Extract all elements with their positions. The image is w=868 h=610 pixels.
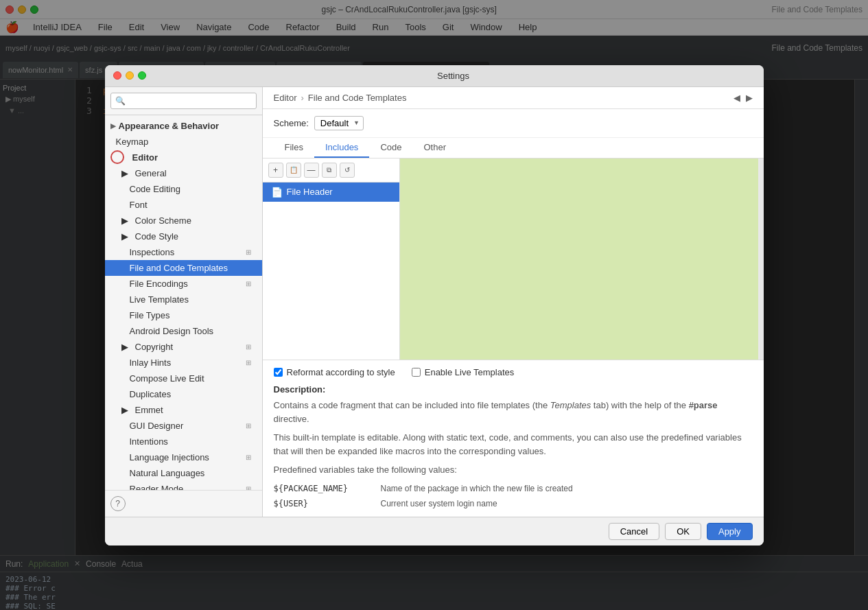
nav-inspections-label: Inspections [130,247,175,257]
nav-natural-languages[interactable]: Natural Languages [105,465,262,481]
nav-color-scheme-label: Color Scheme [135,215,191,226]
reformat-checkbox-input[interactable] [274,368,283,377]
dialog-title-bar: Settings [105,65,764,87]
nav-keymap-label: Keymap [116,137,149,147]
nav-editor-label: Editor [132,152,159,163]
nav-forward-button[interactable]: ▶ [746,93,753,103]
nav-duplicates-label: Duplicates [130,389,172,399]
live-templates-label: Enable Live Templates [425,367,515,377]
var-user-key: ${USER} [274,497,370,510]
nav-code-style[interactable]: ▶Code Style [105,228,262,244]
description-para1: Contains a code fragment that can be inc… [274,399,753,425]
add-template-button[interactable]: + [268,163,283,178]
settings-nav-list: ▶ Appearance & Behavior Keymap Editor [105,115,262,490]
tab-code[interactable]: Code [369,138,412,158]
template-file-icon: 📄 [271,187,283,198]
variables-list: ${PACKAGE_NAME} Name of the package in w… [274,482,753,510]
tab-other[interactable]: Other [412,138,457,158]
nav-intentions-label: Intentions [130,436,168,447]
template-editor[interactable] [400,159,758,360]
var-package-name-desc: Name of the package in which the new fil… [381,482,573,495]
var-user: ${USER} Current user system login name [274,497,753,510]
apply-button[interactable]: Apply [707,523,753,540]
description-title: Description: [274,383,753,397]
settings-search-area [105,87,262,115]
nav-file-encodings-label: File Encodings [130,279,188,289]
scheme-select[interactable]: Default [314,116,364,130]
nav-file-and-code-templates[interactable]: File and Code Templates [105,260,262,276]
checkboxes-row: Reformat according to style Enable Live … [274,367,753,377]
description-para2: This built-in template is editable. Alon… [274,431,753,458]
tab-includes[interactable]: Includes [314,138,369,158]
nav-general[interactable]: ▶General [105,165,262,181]
template-editor-area [400,159,764,360]
scrollbar[interactable] [758,159,764,360]
nav-inlay-hints[interactable]: Inlay Hints ⊞ [105,355,262,371]
dialog-close-button[interactable] [113,71,121,80]
nav-reader-mode[interactable]: Reader Mode ⊞ [105,481,262,490]
nav-keymap[interactable]: Keymap [105,134,262,150]
nav-copyright[interactable]: ▶Copyright ⊞ [105,339,262,355]
nav-font-label: Font [130,200,148,210]
cancel-button[interactable]: Cancel [609,523,659,540]
nav-font[interactable]: Font [105,197,262,213]
help-button[interactable]: ? [110,496,126,511]
var-user-desc: Current user system login name [381,497,497,510]
nav-language-injections-label: Language Injections [130,452,209,462]
dialog-overlay: Settings ▶ Appearance & Behavior [0,0,868,610]
template-file-header-label: File Header [287,187,333,197]
nav-android-design[interactable]: Android Design Tools [105,323,262,339]
nav-language-injections[interactable]: Language Injections ⊞ [105,449,262,465]
scheme-select-wrapper: Default [314,116,364,130]
nav-inspections[interactable]: Inspections ⊞ [105,244,262,260]
ok-button[interactable]: OK [665,523,701,540]
dialog-maximize-button[interactable] [138,71,146,80]
nav-general-label: General [135,168,167,178]
reset-template-button[interactable]: ↺ [340,163,355,178]
nav-emmet-label: Emmet [135,405,163,415]
templates-toolbar: + 📋 — ⧉ ↺ [263,159,399,183]
nav-natural-languages-label: Natural Languages [130,468,205,478]
dialog-title: Settings [152,71,755,81]
dialog-traffic-lights[interactable] [113,71,146,80]
nav-intentions[interactable]: Intentions [105,434,262,449]
duplicate-template-button[interactable]: ⧉ [322,163,337,178]
nav-live-templates[interactable]: Live Templates [105,292,262,307]
settings-breadcrumb: Editor › File and Code Templates ◀ ▶ [263,87,764,109]
settings-dialog: Settings ▶ Appearance & Behavior [105,65,764,546]
description-area: Description: Contains a code fragment th… [274,383,753,510]
nav-color-scheme[interactable]: ▶Color Scheme [105,213,262,228]
reformat-checkbox[interactable]: Reformat according to style [274,367,395,377]
nav-copyright-label: Copyright [135,342,174,352]
tab-files-label: Files [285,142,303,152]
live-templates-checkbox-input[interactable] [412,368,421,377]
nav-file-types[interactable]: File Types [105,307,262,323]
nav-code-editing[interactable]: Code Editing [105,181,262,197]
nav-android-design-label: Android Design Tools [130,326,214,336]
nav-duplicates[interactable]: Duplicates [105,386,262,402]
tab-files[interactable]: Files [274,138,314,158]
nav-code-editing-label: Code Editing [130,184,180,194]
breadcrumb-current: File and Code Templates [308,93,407,103]
nav-file-encodings[interactable]: File Encodings ⊞ [105,276,262,292]
nav-gui-designer-label: GUI Designer [130,421,184,431]
nav-appearance[interactable]: ▶ Appearance & Behavior [105,118,262,134]
nav-compose-live-edit[interactable]: Compose Live Edit [105,371,262,386]
templates-list: + 📋 — ⧉ ↺ 📄 File Header [263,159,400,360]
template-file-header[interactable]: 📄 File Header [263,183,399,202]
tab-code-label: Code [380,142,401,152]
dialog-minimize-button[interactable] [126,71,134,80]
remove-template-button[interactable]: — [304,163,319,178]
settings-search-input[interactable] [110,93,257,109]
dialog-body: ▶ Appearance & Behavior Keymap Editor [105,87,764,517]
var-package-name-key: ${PACKAGE_NAME} [274,482,370,495]
live-templates-checkbox[interactable]: Enable Live Templates [412,367,515,377]
copy-template-button[interactable]: 📋 [286,163,301,178]
nav-code-style-label: Code Style [135,231,179,242]
breadcrumb-editor: Editor [274,93,297,103]
nav-emmet[interactable]: ▶Emmet [105,402,262,418]
nav-reader-mode-label: Reader Mode [130,484,184,490]
nav-gui-designer[interactable]: GUI Designer ⊞ [105,418,262,434]
nav-editor[interactable]: Editor [105,150,262,165]
nav-back-button[interactable]: ◀ [734,93,740,103]
